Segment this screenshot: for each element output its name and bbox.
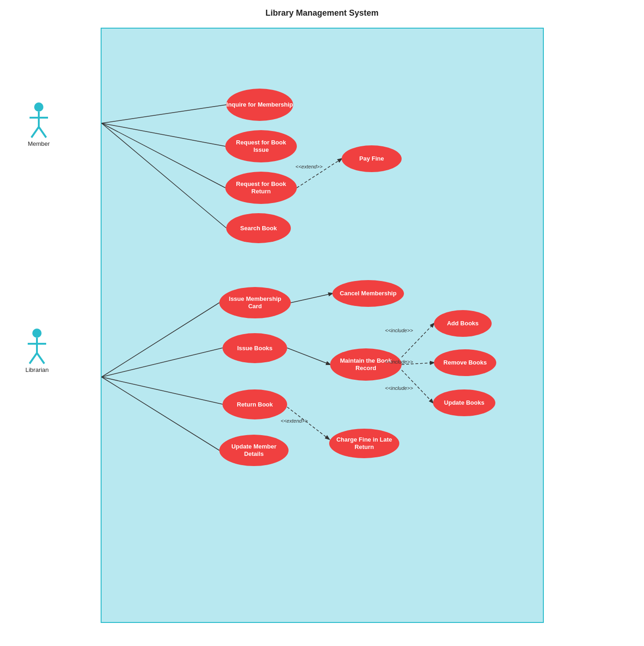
label-extend1: <<extend>> xyxy=(295,164,323,169)
svg-point-0 xyxy=(34,102,43,112)
svg-line-13 xyxy=(102,123,226,228)
librarian-label: Librarian xyxy=(25,366,49,373)
svg-line-17 xyxy=(102,377,223,404)
svg-line-20 xyxy=(287,348,330,365)
svg-line-9 xyxy=(37,353,44,364)
label-extend2: <<extend>> xyxy=(281,418,308,424)
label-include1: <<include>> xyxy=(385,328,413,333)
oval-search: Search Book xyxy=(226,213,291,243)
oval-add-books: Add Books xyxy=(434,310,492,337)
svg-point-5 xyxy=(32,329,42,338)
svg-line-15 xyxy=(102,303,219,377)
label-include3: <<include>> xyxy=(385,385,413,391)
svg-line-11 xyxy=(102,123,225,146)
oval-issue-card: Issue MembershipCard xyxy=(219,287,291,318)
svg-line-3 xyxy=(31,127,39,138)
svg-line-18 xyxy=(102,377,219,450)
svg-line-4 xyxy=(39,127,46,138)
member-icon xyxy=(28,102,50,138)
svg-line-10 xyxy=(102,105,226,123)
label-include2: <<include>> xyxy=(385,359,413,365)
svg-line-12 xyxy=(102,123,225,188)
member-label: Member xyxy=(28,140,50,147)
oval-cancel: Cancel Membership xyxy=(332,280,404,307)
oval-issue-books: Issue Books xyxy=(223,333,287,363)
oval-inquire: Inquire for Membership xyxy=(226,89,293,121)
librarian-icon xyxy=(26,328,48,365)
oval-maintain: Maintain the BookRecord xyxy=(330,348,402,381)
actor-member: Member xyxy=(28,102,50,147)
oval-update-books: Update Books xyxy=(433,389,495,416)
diagram-area: Inquire for Membership Request for BookI… xyxy=(101,28,544,623)
actor-librarian: Librarian xyxy=(25,328,49,373)
svg-line-14 xyxy=(297,159,342,188)
svg-line-19 xyxy=(291,293,332,303)
page: Library Management System Member Librari… xyxy=(0,0,644,646)
oval-return-book: Return Book xyxy=(223,389,287,419)
oval-charge-fine: Charge Fine in LateReturn xyxy=(329,429,399,458)
page-title: Library Management System xyxy=(0,0,644,18)
svg-line-16 xyxy=(102,348,223,377)
oval-book-return: Request for BookReturn xyxy=(225,172,297,204)
oval-remove-books: Remove Books xyxy=(434,349,496,376)
svg-line-8 xyxy=(30,353,37,364)
oval-pay-fine: Pay Fine xyxy=(342,145,402,172)
oval-book-issue: Request for BookIssue xyxy=(225,130,297,162)
oval-update-member: Update MemberDetails xyxy=(219,435,289,466)
